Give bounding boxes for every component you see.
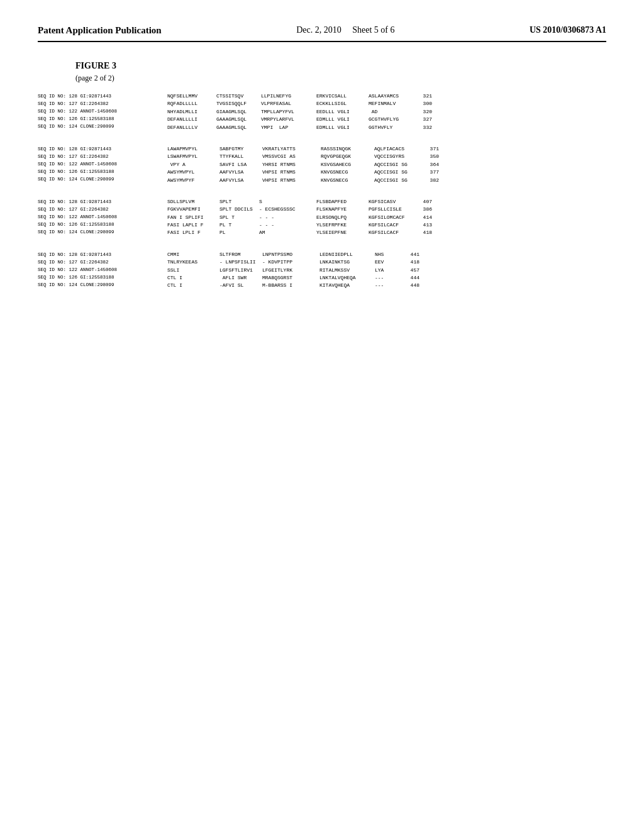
seq-data-block1: NQFSELLMMV RQFADLLLLL NHYADLMLLI DEFANLL… — [167, 92, 606, 131]
figure-subtitle: (page 2 of 2) — [75, 74, 606, 83]
seg4-col4: LEDNIIEDPLL LNKAINKTSG RITALMKSSV LNKTAL… — [319, 251, 373, 290]
seg1-col2: CTSSITSQV TVGSISQQLF GIAAGMLSQL GAAAGMLS… — [216, 92, 259, 131]
seg3-numbers: 407 386 414 413 418 — [414, 198, 432, 237]
seq-id-3-1: SEQ ID NO: 128 GI:92871443 — [38, 198, 164, 206]
header-sheet: Sheet 5 of 6 — [352, 25, 394, 35]
seq-data-block4: CMMI TNLRYKEEAS SSLI CTL I CTL I SLTFROM… — [167, 251, 606, 290]
seq-id-2-5: SEQ ID NO: 124 CLONE:298099 — [38, 175, 164, 183]
seg3-col1: SDLLSPLVM FGKVVAPEMFI FAN I SPLIFI FASI … — [167, 198, 218, 237]
seq-id-4-1: SEQ ID NO: 128 GI:92871443 — [38, 251, 164, 258]
alignment-block-3: SEQ ID NO: 128 GI:92871443 SEQ ID NO: 12… — [38, 198, 606, 237]
header-publication-title: Patent Application Publication — [38, 25, 162, 36]
seg1-col4: ERKVICSALL ECKKLLSIGL EEDLLL VGLI EDMLLL… — [316, 92, 367, 131]
alignment-block-4: SEQ ID NO: 128 GI:92871443 SEQ ID NO: 12… — [38, 251, 606, 290]
seq-ids-block1: SEQ ID NO: 128 GI:92871443 SEQ ID NO: 12… — [38, 92, 164, 130]
seq-id-1-4: SEQ ID NO: 126 GI:125583188 — [38, 115, 164, 123]
page-header: Patent Application Publication Dec. 2, 2… — [38, 25, 606, 42]
header-patent-number: US 2010/0306873 A1 — [530, 25, 606, 35]
seg4-col2: SLTFROM - LNPSFISLII LGFSFTLIRV1 AFLI SW… — [219, 251, 260, 290]
seg2-col1: LAWAPMVPYL LSWAFMVPYL VPY A AWSYMVPYL AW… — [167, 145, 218, 184]
seg3-col4: FLSBDAPFED FLSKNAPFYE ELRSONQLPQ YLSEFRP… — [316, 198, 367, 237]
seq-id-2-4: SEQ ID NO: 126 GI:125583188 — [38, 168, 164, 175]
seq-id-3-2: SEQ ID NO: 127 GI:2264382 — [38, 206, 164, 213]
seg1-col3: LLPILNEFYG VLPRFEASAL TMPLLAPYFVL VMRPYL… — [261, 92, 314, 131]
seq-id-4-2: SEQ ID NO: 127 GI:2264382 — [38, 258, 164, 266]
seg3-col5: KGFSICASV PGFSLLCISLE KGFSILOMCACF KGFSI… — [369, 198, 413, 237]
seq-ids-block4: SEQ ID NO: 128 GI:92871443 SEQ ID NO: 12… — [38, 251, 164, 289]
seg2-numbers: 371 350 364 377 382 — [421, 145, 439, 184]
seq-id-3-5: SEQ ID NO: 124 CLONE:298099 — [38, 228, 164, 236]
header-date: Dec. 2, 2010 — [296, 25, 341, 35]
seg4-col1: CMMI TNLRYKEEAS SSLI CTL I CTL I — [167, 251, 218, 290]
figure-title: FIGURE 3 — [75, 61, 606, 71]
seg2-col5: AQLFIACACS VQCCISGYRS AQCCISGI SG AQCCIS… — [374, 145, 419, 184]
seg1-col5: ASLAAYAMCS MEFINMALV AD GCGTHVFLYG GGTHV… — [369, 92, 413, 131]
seq-id-1-2: SEQ ID NO: 127 GI:2264382 — [38, 100, 164, 108]
seg3-col2: SPLT SPLT DDCILS SPL T PL T PL — [219, 198, 257, 237]
alignment-block-2: SEQ ID NO: 128 GI:92871443 SEQ ID NO: 12… — [38, 145, 606, 184]
seg2-col4: RASSSINQGK RQVGPGEQGK KSVGSAHECG KNVGSNE… — [321, 145, 372, 184]
seg1-numbers: 321 300 320 327 332 — [414, 92, 432, 131]
seq-id-4-5: SEQ ID NO: 124 CLONE:298099 — [38, 281, 164, 289]
seq-ids-block2: SEQ ID NO: 128 GI:92871443 SEQ ID NO: 12… — [38, 145, 164, 183]
seg2-col3: VKRATLYATTS VMSSVCGI AS YHRSI RTNMS VHPS… — [262, 145, 319, 184]
seg3-col3: S - ECSHEGSSSC - - - - - - AM — [259, 198, 314, 237]
seq-id-4-3: SEQ ID NO: 122 ANNOT-1450608 — [38, 266, 164, 274]
seg1-col1: NQFSELLMMV RQFADLLLLL NHYADLMLLI DEFANLL… — [167, 92, 214, 131]
seg2-col2: SABFGTMY TTYFKALL SAVFI LSA AAFVYLSA AAF… — [219, 145, 260, 184]
seg4-col5: NHS EEV LYA --- --- — [375, 251, 400, 290]
seq-data-block2: LAWAPMVPYL LSWAFMVPYL VPY A AWSYMVPYL AW… — [167, 145, 606, 184]
seq-id-1-5: SEQ ID NO: 124 CLONE:298099 — [38, 123, 164, 130]
seq-id-2-3: SEQ ID NO: 122 ANNOT-1450608 — [38, 160, 164, 168]
header-date-sheet: Dec. 2, 2010 Sheet 5 of 6 — [296, 25, 394, 35]
alignment-block-1: SEQ ID NO: 128 GI:92871443 SEQ ID NO: 12… — [38, 92, 606, 131]
seq-id-1-1: SEQ ID NO: 128 GI:92871443 — [38, 92, 164, 100]
seq-ids-block3: SEQ ID NO: 128 GI:92871443 SEQ ID NO: 12… — [38, 198, 164, 236]
seq-id-1-3: SEQ ID NO: 122 ANNOT-1450608 — [38, 108, 164, 115]
seg4-numbers: 441 418 457 444 448 — [402, 251, 419, 290]
seq-id-2-2: SEQ ID NO: 127 GI:2264382 — [38, 153, 164, 160]
seq-id-4-4: SEQ ID NO: 126 GI:125583188 — [38, 274, 164, 281]
seq-id-3-4: SEQ ID NO: 126 GI:125583188 — [38, 221, 164, 228]
seq-id-3-3: SEQ ID NO: 122 ANNOT-1450608 — [38, 213, 164, 221]
seq-id-2-1: SEQ ID NO: 128 GI:92871443 — [38, 145, 164, 153]
seq-data-block3: SDLLSPLVM FGKVVAPEMFI FAN I SPLIFI FASI … — [167, 198, 606, 237]
sequence-alignment-content: SEQ ID NO: 128 GI:92871443 SEQ ID NO: 12… — [38, 92, 606, 290]
page-container: Patent Application Publication Dec. 2, 2… — [0, 0, 644, 830]
seg4-col3: LNPNTPSSMO - KDVPITPP LFGEITLYRK MRABQSG… — [262, 251, 318, 290]
